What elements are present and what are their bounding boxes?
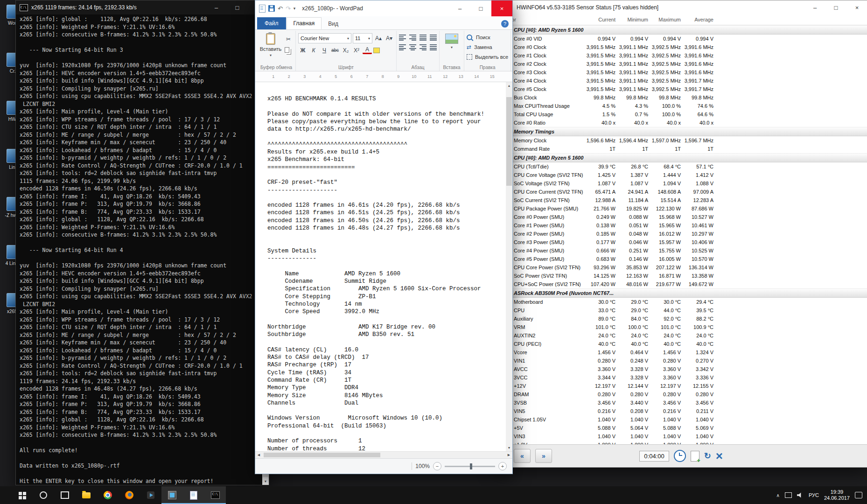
hwinfo-sensor-row[interactable]: SoC Current (SVI2 TFN)12.988 A11.184 A15… xyxy=(496,196,867,204)
hwinfo-sensor-row[interactable]: Core #2 Power (SMU)0.185 W0.048 W16.012 … xyxy=(496,230,867,238)
tab-home[interactable]: Главная xyxy=(287,17,322,29)
hwinfo-sensor-row[interactable]: AVCC3.360 V3.328 V3.360 V3.342 V xyxy=(496,365,867,373)
doc-scroll-down-icon[interactable]: ▼ xyxy=(506,444,512,451)
console-titlebar[interactable]: C:\ x265 1119 frames: 24.14 fps, 2192.33… xyxy=(16,0,269,14)
align-right-icon[interactable] xyxy=(420,44,427,50)
report-icon[interactable] xyxy=(691,451,699,462)
subscript-button[interactable]: Х₂ xyxy=(341,46,350,55)
wordpad-minimize-button[interactable]: – xyxy=(449,0,470,16)
hwinfo-sensor-row[interactable]: 3VCC3.344 V3.328 V3.360 V3.336 V xyxy=(496,373,867,382)
current-column-header[interactable]: Current xyxy=(586,17,618,22)
tray-chevron-icon[interactable]: ∧ xyxy=(776,493,780,498)
hwinfo-close-button[interactable]: × xyxy=(846,0,867,14)
redo-icon[interactable]: ↷ xyxy=(286,5,291,12)
wordpad-close-button[interactable]: × xyxy=(491,0,512,16)
taskbar-icon-media-player[interactable] xyxy=(140,486,161,504)
hwinfo-sensor-row[interactable]: Command Rate1T1T1T1T xyxy=(496,145,867,153)
wordpad-document[interactable]: x265 HD BENCHMARK 0.1.4 RESULTS Please d… xyxy=(255,82,506,451)
scroll-down-icon[interactable]: ▼ xyxy=(262,478,269,485)
console-maximize-button[interactable]: □ xyxy=(227,0,248,14)
doc-scroll-left-icon[interactable]: ◀ xyxy=(255,452,262,458)
hwinfo-maximize-button[interactable]: □ xyxy=(825,0,846,14)
action-center-icon[interactable] xyxy=(855,492,862,498)
hwinfo-sensor-row[interactable]: AUXTIN224.0 °C24.0 °C24.0 °C24.0 °C xyxy=(496,331,867,340)
hwinfo-close-sensors-icon[interactable]: × xyxy=(716,450,723,462)
hwinfo-sensor-row[interactable]: CPU Core Power (SVI2 TFN)93.296 W35.853 … xyxy=(496,263,867,272)
hwinfo-sensor-row[interactable]: CPU Package Power (SMU)21.766 W19.825 W1… xyxy=(496,204,867,213)
hwinfo-section-row[interactable]: Memory Timings xyxy=(496,127,867,136)
hwinfo-sensor-row[interactable]: Core #3 Power (SMU)0.177 W0.046 W15.957 … xyxy=(496,238,867,246)
hwinfo-sensor-row[interactable]: Core #1 Clock3,991.5 MHz3,991.1 MHz3,992… xyxy=(496,51,867,60)
zoom-slider-thumb[interactable] xyxy=(470,463,472,469)
doc-hscroll-thumb[interactable] xyxy=(264,453,380,457)
network-icon[interactable] xyxy=(785,492,792,498)
hwinfo-sensor-row[interactable]: Max CPU/Thread Usage4.5 %4.3 %100.0 %74.… xyxy=(496,102,867,110)
hwinfo-sensor-row[interactable]: Total CPU Usage1.5 %0.7 %100.0 %64.6 % xyxy=(496,110,867,119)
font-family-select[interactable]: Courier New ▾ xyxy=(298,33,351,43)
align-center-icon[interactable] xyxy=(409,44,416,50)
hwinfo-sensor-row[interactable]: Memory Clock1,596.6 MHz1,596.4 MHz1,597.… xyxy=(496,136,867,145)
zoom-out-button[interactable]: − xyxy=(433,462,441,470)
taskbar-icon-task-view[interactable] xyxy=(54,486,76,504)
hwinfo-sensor-row[interactable]: +1.8V1.800 V1.800 V1.808 V1.800 V xyxy=(496,441,867,444)
strikethrough-button[interactable]: abc xyxy=(330,46,340,55)
doc-scroll-track[interactable] xyxy=(506,89,512,444)
decrease-indent-icon[interactable] xyxy=(399,35,406,41)
hwinfo-sensor-row[interactable]: Core #5 Power (SMU)0.683 W0.146 W16.005 … xyxy=(496,255,867,263)
hwinfo-sensor-row[interactable]: Auxiliary89.0 °C84.0 °C92.0 °C88.2 °C xyxy=(496,315,867,323)
align-left-icon[interactable] xyxy=(399,44,406,50)
insert-image-button[interactable]: ▾ xyxy=(442,32,461,63)
wordpad-ruler[interactable]: 123456789101112131415 xyxy=(255,71,512,82)
hwinfo-sensor-row[interactable]: VRM101.0 °C100.0 °C101.0 °C100.9 °C xyxy=(496,323,867,331)
hwinfo-sensor-row[interactable]: VIN50.216 V0.208 V0.216 V0.211 V xyxy=(496,407,867,415)
cut-icon[interactable]: ✂ xyxy=(284,35,293,43)
hwinfo-sensor-row[interactable]: CPU (Tctl/Tdie)39.9 °C26.8 °C68.4 °C57.1… xyxy=(496,162,867,171)
hwinfo-sensor-row[interactable]: +5V5.088 V5.064 V5.088 V5.069 V xyxy=(496,424,867,432)
hwinfo-section-row[interactable]: CPU [#0]: AMD Ryzen 5 1600 xyxy=(496,25,867,35)
doc-scroll-up-icon[interactable]: ▲ xyxy=(506,82,512,89)
language-indicator[interactable]: РУС xyxy=(809,492,819,498)
hwinfo-sensor-row[interactable]: SoC Voltage (SVI2 TFN)1.087 V1.087 V1.09… xyxy=(496,179,867,188)
undo-icon[interactable]: ↶ xyxy=(278,5,283,12)
taskbar-icon-firefox[interactable] xyxy=(119,486,140,504)
hwinfo-sensor-row[interactable]: Core #2 Clock3,991.5 MHz3,991.1 MHz3,992… xyxy=(496,60,867,68)
hwinfo-sensor-row[interactable]: Core #0 Ratio40.0 x40.0 x40.0 x40.0 x xyxy=(496,119,867,127)
list-icon[interactable] xyxy=(420,35,427,41)
underline-button[interactable]: Ч xyxy=(320,46,329,55)
taskbar-icon-wordpad[interactable] xyxy=(183,486,204,504)
line-spacing-icon[interactable] xyxy=(430,35,437,41)
doc-scroll-right-icon[interactable]: ▶ xyxy=(505,452,512,458)
quick-access-dropdown-icon[interactable]: ▾ xyxy=(294,6,296,11)
hwinfo-sensor-row[interactable]: VIN31.040 V1.040 V1.040 V1.040 V xyxy=(496,432,867,441)
average-column-header[interactable]: Average xyxy=(684,17,716,22)
font-color-button[interactable]: А xyxy=(363,46,372,54)
taskbar-icon-search[interactable] xyxy=(33,486,54,504)
hwinfo-sensor-row[interactable]: Core #0 Power (SMU)0.249 W0.088 W15.968 … xyxy=(496,213,867,221)
align-justify-icon[interactable] xyxy=(430,44,437,50)
taskbar-icon-start[interactable] xyxy=(11,486,33,504)
hwinfo-sensor-row[interactable]: CPU Core Current (SVI2 TFN)65.471 A24.94… xyxy=(496,188,867,196)
highlight-button[interactable] xyxy=(373,48,380,53)
tab-view[interactable]: Вид xyxy=(322,18,345,29)
italic-button[interactable]: К xyxy=(309,46,318,55)
select-all-button[interactable]: Выделить все xyxy=(467,52,508,61)
hwinfo-sensor-row[interactable]: 3VSB3.456 V3.440 V3.456 V3.456 V xyxy=(496,399,867,407)
shrink-font-button[interactable]: А▾ xyxy=(385,34,394,43)
hwinfo-sensor-row[interactable]: Bus Clock99.8 MHz99.8 MHz99.8 MHz99.8 MH… xyxy=(496,93,867,102)
replace-button[interactable]: ⇄ Замена xyxy=(467,42,508,51)
maximum-column-header[interactable]: Maximum xyxy=(651,17,684,22)
font-size-select[interactable]: 11 ▾ xyxy=(353,33,372,43)
hwinfo-sensor-row[interactable]: +12V12.197 V12.144 V12.197 V12.155 V xyxy=(496,382,867,390)
zoom-slider[interactable] xyxy=(445,466,495,467)
hwinfo-sensor-row[interactable]: SoC Power (SVI2 TFN)14.125 W12.163 W16.8… xyxy=(496,272,867,280)
hwinfo-sensor-row[interactable]: Core #0 Clock3,991.5 MHz3,991.1 MHz3,992… xyxy=(496,43,867,51)
hwinfo-sensor-row[interactable]: Core #1 Power (SMU)0.138 W0.051 W15.965 … xyxy=(496,221,867,230)
hwinfo-back-button[interactable]: « xyxy=(514,449,531,463)
taskbar-clock[interactable]: 19:39 24.06.2017 xyxy=(824,489,850,501)
tab-file[interactable]: Файл xyxy=(257,17,286,29)
hwinfo-sensor-row[interactable]: CPU33.0 °C29.0 °C44.0 °C39.5 °C xyxy=(496,306,867,315)
wordpad-titlebar[interactable]: ↶ ↷ ▾ x265_1080p- - WordPad – □ × xyxy=(255,0,512,16)
increase-indent-icon[interactable] xyxy=(409,35,416,41)
taskbar-icon-cmd[interactable] xyxy=(204,486,226,504)
hwinfo-sensor-row[interactable]: Vcore1.456 V0.464 V1.456 V1.324 V xyxy=(496,348,867,357)
